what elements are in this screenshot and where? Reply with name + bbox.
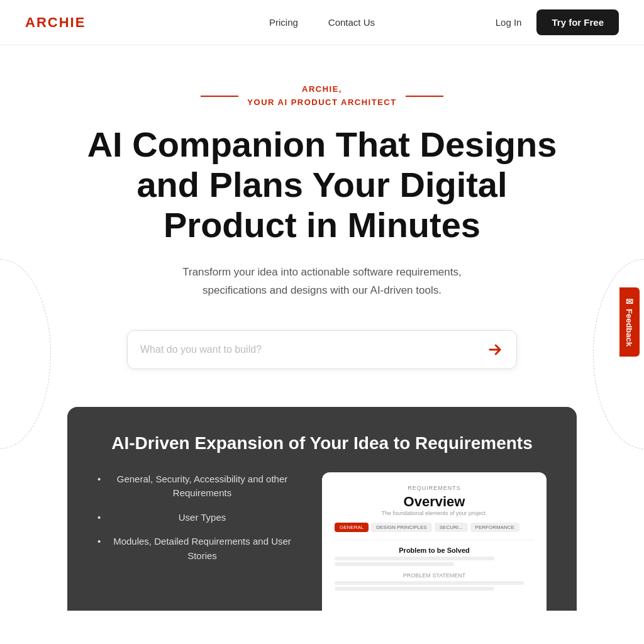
list-item: General, Security, Accessibility and oth…	[97, 472, 297, 501]
search-submit-button[interactable]	[486, 341, 504, 358]
feature-card-title: AI-Driven Expansion of Your Idea to Requ…	[97, 432, 547, 455]
brand-logo: ARCHIE	[25, 14, 86, 31]
feedback-button[interactable]: ✉ Feedback	[619, 287, 640, 357]
preview-tabs: GENERAL DESIGN PRINCIPLES SECURI... PERF…	[335, 523, 534, 532]
nav-links: Pricing Contact Us	[269, 17, 375, 28]
hero-section: ARCHIE, YOUR AI PRODUCT ARCHITECT AI Com…	[0, 45, 644, 636]
preview-tab-design[interactable]: DESIGN PRINCIPLES	[371, 523, 431, 532]
subtitle-line-left	[201, 96, 238, 97]
preview-title: Overview	[335, 494, 534, 510]
preview-subtitle: The foundational elements of your projec…	[335, 510, 534, 516]
search-box[interactable]	[127, 330, 517, 369]
preview-tag: REQUIREMENTS	[335, 485, 534, 491]
preview-line	[335, 581, 524, 585]
feature-card-body: General, Security, Accessibility and oth…	[97, 472, 547, 611]
preview-line	[335, 557, 494, 560]
preview-line	[335, 562, 454, 566]
feature-list: General, Security, Accessibility and oth…	[97, 472, 297, 611]
list-item: Modules, Detailed Requirements and User …	[97, 535, 297, 563]
card-preview: REQUIREMENTS Overview The foundational e…	[322, 472, 547, 611]
preview-tab-general[interactable]: GENERAL	[335, 523, 369, 532]
nav-actions: Log In Try for Free	[496, 9, 619, 35]
preview-section-label: PROBLEM STATEMENT	[335, 572, 534, 579]
hero-description: Transform your idea into actionable soft…	[152, 264, 492, 300]
preview-divider	[335, 540, 534, 540]
feedback-label: Feedback	[625, 309, 635, 347]
hero-subtitle: ARCHIE, YOUR AI PRODUCT ARCHITECT	[247, 83, 396, 109]
subtitle-line-right	[406, 96, 443, 97]
preview-lines	[335, 557, 534, 566]
nav-link-contact[interactable]: Contact Us	[328, 17, 375, 28]
search-input[interactable]	[140, 344, 486, 355]
login-link[interactable]: Log In	[496, 17, 522, 28]
preview-tab-security[interactable]: SECURI...	[435, 523, 468, 532]
feedback-icon: ✉	[626, 296, 633, 306]
preview-lines-2	[335, 581, 534, 591]
list-item: User Types	[97, 511, 297, 525]
navbar: ARCHIE Pricing Contact Us Log In Try for…	[0, 0, 644, 45]
hero-title: AI Companion That Designs and Plans Your…	[83, 125, 561, 246]
preview-line	[335, 587, 494, 591]
preview-section-title: Problem to be Solved	[335, 547, 534, 554]
preview-header: REQUIREMENTS Overview The foundational e…	[335, 485, 534, 516]
try-free-button[interactable]: Try for Free	[536, 9, 619, 35]
hero-subtitle-wrap: ARCHIE, YOUR AI PRODUCT ARCHITECT	[201, 83, 443, 109]
feature-card: AI-Driven Expansion of Your Idea to Requ…	[67, 407, 577, 611]
preview-tab-performance[interactable]: PERFORMANCE	[470, 523, 519, 532]
nav-link-pricing[interactable]: Pricing	[269, 17, 298, 28]
send-icon	[486, 341, 504, 358]
